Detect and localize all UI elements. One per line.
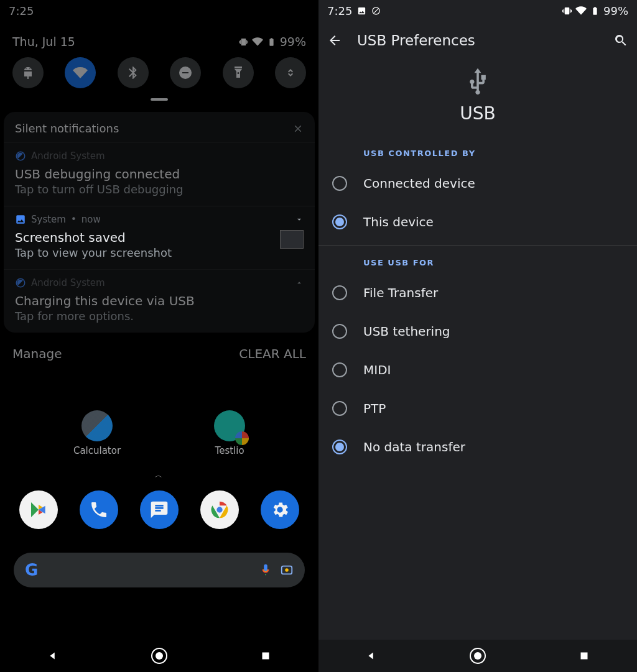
- vibrate-icon: [562, 6, 572, 16]
- svg-point-6: [285, 568, 289, 572]
- option-label: This device: [363, 214, 434, 229]
- radio-selected-icon: [332, 440, 347, 454]
- testlio-icon: [214, 410, 245, 441]
- radio-icon: [332, 362, 347, 377]
- image-icon: [15, 214, 26, 225]
- notif-app-name: System: [31, 214, 66, 225]
- notif-title: Screenshot saved: [15, 230, 304, 245]
- phone-left-notification-shade: 7:25 Thu, Jul 15 99% Silent notification…: [0, 0, 318, 672]
- nav-back-icon[interactable]: [46, 649, 60, 663]
- option-label: PTP: [363, 401, 386, 416]
- system-icon: [371, 6, 381, 16]
- section-use-usb-for: USE USB FOR: [318, 249, 637, 274]
- notification-screenshot-saved[interactable]: System • now Screenshot saved Tap to vie…: [4, 206, 315, 269]
- option-label: Connected device: [363, 176, 475, 191]
- dock: [0, 490, 318, 529]
- nav-home-icon[interactable]: [470, 648, 486, 664]
- option-this-device[interactable]: This device: [318, 203, 637, 241]
- google-search-bar[interactable]: G: [14, 553, 305, 587]
- nav-home-icon[interactable]: [151, 648, 167, 664]
- dock-phone[interactable]: [80, 490, 118, 529]
- back-arrow-icon[interactable]: [327, 33, 342, 48]
- search-icon[interactable]: [613, 33, 628, 48]
- usb-hero: USB: [318, 53, 637, 140]
- nav-bar: [0, 640, 318, 672]
- battery-pct: 99%: [603, 4, 628, 17]
- svg-rect-7: [263, 653, 269, 660]
- image-notif-icon: [357, 6, 366, 16]
- mic-icon[interactable]: [259, 563, 272, 577]
- notif-time: now: [81, 214, 101, 225]
- dock-play-store[interactable]: [19, 490, 58, 529]
- app-label: Testlio: [215, 445, 244, 456]
- divider: [318, 245, 637, 246]
- home-screen: Calculator Testlio ︿ G: [0, 410, 318, 587]
- dock-messages[interactable]: [140, 490, 179, 529]
- option-no-data-transfer[interactable]: No data transfer: [318, 428, 637, 466]
- nav-recents-icon[interactable]: [577, 649, 591, 663]
- dock-chrome[interactable]: [200, 490, 239, 529]
- lens-icon[interactable]: [280, 563, 294, 577]
- radio-selected-icon: [332, 214, 347, 229]
- nav-recents-icon[interactable]: [259, 649, 272, 663]
- nav-bar: [318, 640, 637, 672]
- radio-icon: [332, 401, 347, 416]
- radio-icon: [332, 285, 347, 300]
- screenshot-thumbnail[interactable]: [280, 230, 304, 249]
- option-label: File Transfer: [363, 285, 438, 300]
- radio-icon: [332, 176, 347, 191]
- usb-icon: [464, 67, 491, 94]
- option-file-transfer[interactable]: File Transfer: [318, 274, 637, 312]
- status-time: 7:25: [327, 4, 352, 17]
- battery-icon: [590, 6, 600, 16]
- option-label: No data transfer: [363, 440, 465, 454]
- section-controlled-by: USB CONTROLLED BY: [318, 140, 637, 164]
- chevron-down-icon[interactable]: [295, 215, 304, 224]
- usb-hero-label: USB: [318, 103, 637, 124]
- status-bar: 7:25 99%: [318, 0, 637, 21]
- page-title: USB Preferences: [357, 32, 598, 48]
- nav-back-icon[interactable]: [365, 649, 378, 663]
- notif-body: Tap to view your screenshot: [15, 246, 304, 259]
- radio-icon: [332, 324, 347, 339]
- option-connected-device[interactable]: Connected device: [318, 164, 637, 203]
- app-testlio[interactable]: Testlio: [214, 410, 245, 456]
- app-label: Calculator: [73, 445, 121, 456]
- option-label: MIDI: [363, 362, 391, 377]
- calculator-icon: [81, 410, 113, 441]
- option-midi[interactable]: MIDI: [318, 351, 637, 389]
- wifi-icon: [575, 5, 587, 16]
- option-ptp[interactable]: PTP: [318, 389, 637, 428]
- svg-point-4: [216, 507, 223, 513]
- svg-rect-9: [581, 653, 588, 660]
- option-usb-tethering[interactable]: USB tethering: [318, 312, 637, 351]
- option-label: USB tethering: [363, 324, 450, 339]
- app-drawer-handle[interactable]: ︿: [0, 470, 318, 481]
- app-calculator[interactable]: Calculator: [73, 410, 121, 456]
- settings-header: USB Preferences: [318, 21, 637, 53]
- dock-settings[interactable]: [261, 490, 299, 529]
- google-logo-icon: G: [25, 561, 38, 579]
- phone-right-usb-preferences: 7:25 99% USB Preferences USB USB CONTROL…: [318, 0, 637, 672]
